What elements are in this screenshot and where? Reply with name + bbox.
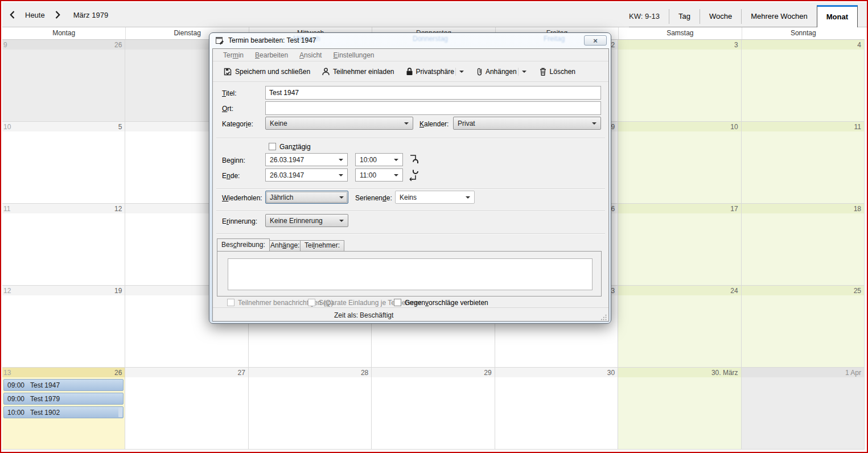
- day-cell[interactable]: 27: [125, 368, 248, 450]
- allday-label: Ganztägig: [279, 143, 311, 151]
- notify-attendees-checkbox[interactable]: [227, 299, 235, 306]
- day-cell-today[interactable]: 1326 09:00Test 1947 09:00Test 1979 10:00…: [2, 368, 125, 450]
- dialog-statusbar: Zeit als: Beschäftigt: [213, 307, 608, 322]
- reminder-select[interactable]: Keine Erinnerung: [265, 214, 348, 227]
- date-label: 3: [734, 41, 738, 49]
- title-input[interactable]: [265, 86, 601, 100]
- event-test-1979[interactable]: 09:00Test 1979: [3, 393, 124, 405]
- day-cell[interactable]: 17: [618, 204, 741, 286]
- chevron-down-icon: [339, 220, 344, 222]
- resize-grip[interactable]: [601, 315, 607, 320]
- lock-icon: [406, 67, 413, 76]
- date-label: 30. März: [711, 369, 738, 377]
- day-cell[interactable]: 10: [618, 122, 741, 204]
- disallow-counter-label: Gegenvorschläge verbieten: [405, 299, 488, 307]
- view-tab-week[interactable]: Woche: [700, 6, 741, 27]
- day-cell[interactable]: 926: [2, 40, 125, 122]
- day-cell[interactable]: 30. März: [618, 368, 741, 450]
- attach-button[interactable]: Anhängen: [473, 64, 518, 79]
- day-cell[interactable]: 4: [742, 40, 865, 122]
- dialog-titlebar[interactable]: Mittwoch Donnerstag Freitag Termin bearb…: [209, 33, 611, 48]
- day-cell[interactable]: 105: [2, 122, 125, 204]
- start-date-select[interactable]: 26.03.1947: [265, 153, 348, 166]
- calendar-select[interactable]: Privat: [453, 117, 601, 130]
- menu-ansicht[interactable]: Ansicht: [294, 51, 327, 59]
- date-label: 27: [237, 369, 245, 377]
- disallow-counter-checkbox[interactable]: [394, 299, 401, 306]
- end-date-select[interactable]: 26.03.1947: [265, 168, 348, 182]
- separate-invitation-checkbox[interactable]: [308, 299, 315, 306]
- until-select[interactable]: Keins: [395, 191, 475, 204]
- day-cell[interactable]: 18: [742, 204, 865, 286]
- tab-attachments[interactable]: Anhänge:: [266, 240, 304, 251]
- chevron-down-icon: [522, 71, 526, 73]
- privacy-button[interactable]: Privatsphäre: [402, 64, 455, 79]
- delete-button[interactable]: Löschen: [536, 64, 579, 79]
- allday-checkbox[interactable]: [269, 143, 276, 150]
- view-tab-day[interactable]: Tag: [669, 6, 700, 27]
- app-window: Heute März 1979 KW: 9-13 Tag Woche Mehre…: [0, 0, 868, 453]
- location-input[interactable]: [265, 101, 601, 115]
- dialog-title: Termin bearbeiten: Test 1947: [228, 36, 316, 44]
- link-dates-icon[interactable]: [409, 154, 420, 181]
- day-cell[interactable]: 29: [372, 368, 495, 450]
- invite-attendees-button[interactable]: Teilnehmer einladen: [318, 64, 397, 79]
- reminder-label: Erinnerung:: [222, 217, 257, 225]
- title-label: Titel:: [222, 89, 237, 97]
- day-header-sunday: Sonntag: [742, 27, 865, 39]
- day-header-monday: Montag: [2, 27, 125, 39]
- today-button[interactable]: Heute: [25, 11, 45, 19]
- menu-bearbeiten[interactable]: Bearbeiten: [249, 51, 294, 59]
- paperclip-icon: [476, 67, 483, 76]
- next-button[interactable]: [53, 8, 63, 22]
- event-test-1902[interactable]: 10:00Test 1902: [3, 406, 124, 418]
- day-cell[interactable]: 25: [742, 286, 865, 368]
- date-label: 10: [730, 123, 738, 131]
- event-title: Test 1947: [30, 381, 60, 389]
- repeat-select[interactable]: Jährlich: [265, 191, 348, 204]
- day-cell[interactable]: 11: [742, 122, 865, 204]
- previous-button[interactable]: [7, 8, 17, 22]
- attach-dropdown-button[interactable]: [518, 68, 530, 76]
- day-cell[interactable]: 28: [249, 368, 372, 450]
- day-cell[interactable]: 24: [618, 286, 741, 368]
- day-header-saturday: Samstag: [618, 27, 741, 39]
- view-tab-month[interactable]: Monat: [817, 5, 858, 28]
- start-time-select[interactable]: 10:00: [355, 153, 403, 166]
- menu-termin[interactable]: Termin: [217, 51, 249, 59]
- description-textarea[interactable]: [228, 258, 593, 290]
- save-and-close-button[interactable]: Speichern und schließen: [220, 64, 314, 79]
- privacy-dropdown-button[interactable]: [455, 68, 467, 76]
- day-cell[interactable]: 1219: [2, 286, 125, 368]
- chevron-down-icon: [592, 122, 597, 125]
- day-cell[interactable]: 1112: [2, 204, 125, 286]
- save-icon: [223, 67, 232, 76]
- date-label: 12: [114, 205, 122, 213]
- date-label: 5: [118, 123, 122, 131]
- date-label: 29: [484, 369, 491, 377]
- person-icon: [322, 67, 330, 76]
- chevron-down-icon: [466, 196, 470, 199]
- date-label: 19: [114, 287, 122, 295]
- menu-einstellungen[interactable]: Einstellungen: [327, 51, 380, 59]
- until-label: Serienende:: [355, 194, 392, 202]
- day-cell[interactable]: 1 Apr: [742, 368, 865, 450]
- day-cell[interactable]: 3: [618, 40, 741, 122]
- event-test-1947[interactable]: 09:00Test 1947: [3, 379, 124, 391]
- date-label: 9: [611, 123, 615, 131]
- event-time: 09:00: [7, 395, 24, 403]
- category-label: Kategorie:: [222, 120, 253, 128]
- close-button[interactable]: ×: [584, 35, 607, 46]
- chevron-right-icon: [55, 11, 60, 19]
- edit-appointment-dialog: Mittwoch Donnerstag Freitag Termin bearb…: [209, 32, 611, 324]
- date-label: 24: [730, 287, 738, 295]
- end-time-select[interactable]: 11:00: [355, 168, 403, 182]
- description-panel: [217, 251, 602, 296]
- tab-attendees[interactable]: Teilnehmer:: [300, 240, 344, 251]
- tab-description[interactable]: Beschreibung:: [217, 238, 270, 251]
- category-select[interactable]: Keine: [265, 117, 413, 130]
- day-cell[interactable]: 30: [495, 368, 618, 450]
- view-tab-multiweek[interactable]: Mehrere Wochen: [742, 6, 816, 27]
- glass-bleed-text: Donnerstag: [413, 35, 448, 43]
- date-label: 28: [361, 369, 368, 377]
